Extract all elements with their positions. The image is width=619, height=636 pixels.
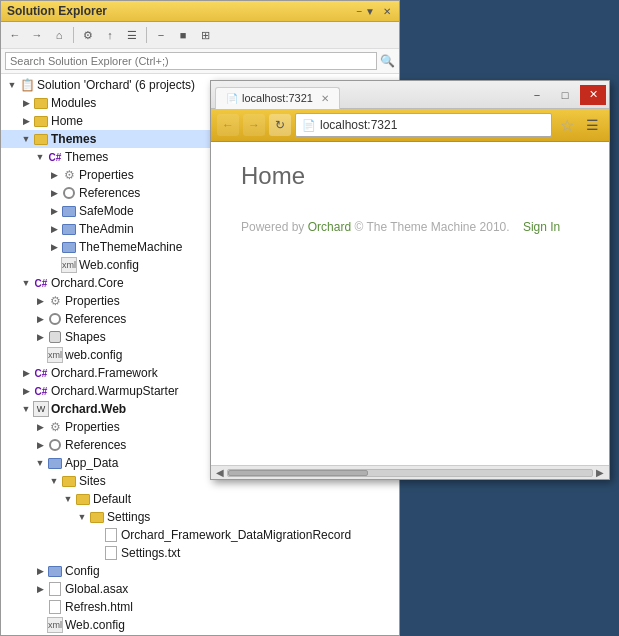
webconfig3-label: Web.config — [65, 618, 125, 632]
webconfig1-icon: xml — [61, 257, 77, 273]
footer-orchard-link[interactable]: Orchard — [308, 220, 351, 234]
expand-sites[interactable] — [47, 473, 61, 489]
shapes-label: Shapes — [65, 330, 106, 344]
shapes-icon — [47, 329, 63, 345]
expand-safemode[interactable] — [47, 203, 61, 219]
expand-default[interactable] — [61, 491, 75, 507]
tree-item-refreshhtml[interactable]: Refresh.html — [1, 598, 399, 616]
browser-tab-area: 📄 localhost:7321 ✕ — [211, 81, 523, 109]
toolbar-btn5[interactable]: ■ — [173, 25, 193, 45]
browser-tab[interactable]: 📄 localhost:7321 ✕ — [215, 87, 340, 109]
expand-theadmin[interactable] — [47, 221, 61, 237]
back-nav-button[interactable]: ← — [217, 114, 239, 136]
forward-nav-button[interactable]: → — [243, 114, 265, 136]
appdata-label: App_Data — [65, 456, 118, 470]
tree-item-webconfig3[interactable]: xml Web.config — [1, 616, 399, 634]
orchardcore-icon: C# — [33, 275, 49, 291]
expand-themes-sub[interactable] — [33, 149, 47, 165]
footer-signin-link[interactable]: Sign In — [523, 220, 560, 234]
forward-button[interactable]: → — [27, 25, 47, 45]
default-icon — [75, 491, 91, 507]
expand-props1[interactable] — [47, 167, 61, 183]
titlebar-close-button[interactable]: ✕ — [381, 6, 393, 17]
scrollbar-thumb[interactable] — [228, 470, 368, 476]
expand-orchardwarmupstarter[interactable] — [19, 383, 33, 399]
default-label: Default — [93, 492, 131, 506]
address-bar[interactable]: 📄 localhost:7321 — [295, 113, 552, 137]
tree-item-settings[interactable]: Settings — [1, 508, 399, 526]
toolbar-btn2[interactable]: ↑ — [100, 25, 120, 45]
toolbar-btn6[interactable]: ⊞ — [195, 25, 215, 45]
scroll-right-button[interactable]: ▶ — [593, 467, 607, 478]
expand-modules[interactable] — [19, 95, 33, 111]
webconfig2-label: web.config — [65, 348, 122, 362]
pin-button[interactable]: − ▼ — [354, 6, 377, 17]
orchardwarmupstarter-icon: C# — [33, 383, 49, 399]
thethememachine-label: TheThemeMachine — [79, 240, 182, 254]
bookmark-button[interactable]: ☆ — [556, 116, 578, 135]
theadmin-label: TheAdmin — [79, 222, 134, 236]
expand-themes[interactable] — [19, 131, 33, 147]
references1-label: References — [79, 186, 140, 200]
sites-label: Sites — [79, 474, 106, 488]
expand-appdata[interactable] — [33, 455, 47, 471]
references1-icon — [61, 185, 77, 201]
se-toolbar: ← → ⌂ ⚙ ↑ ☰ − ■ ⊞ — [1, 22, 399, 49]
home-button[interactable]: ⌂ — [49, 25, 69, 45]
browser-scrollbar: ◀ ▶ — [211, 465, 609, 479]
expand-globalasax[interactable] — [33, 581, 47, 597]
expand-refs2[interactable] — [33, 311, 47, 327]
expand-config[interactable] — [33, 563, 47, 579]
refreshhtml-icon — [47, 599, 63, 615]
tree-item-settingstxt[interactable]: Settings.txt — [1, 544, 399, 562]
properties-icon1: ⚙ — [61, 167, 77, 183]
datamigration-label: Orchard_Framework_DataMigrationRecord — [121, 528, 351, 542]
properties2-label: Properties — [65, 294, 120, 308]
safemode-icon — [61, 203, 77, 219]
tab-close-button[interactable]: ✕ — [321, 93, 329, 104]
properties3-label: Properties — [65, 420, 120, 434]
tree-item-default[interactable]: Default — [1, 490, 399, 508]
expand-props3[interactable] — [33, 419, 47, 435]
expand-settings[interactable] — [75, 509, 89, 525]
expand-shapes[interactable] — [33, 329, 47, 345]
toolbar-btn3[interactable]: ☰ — [122, 25, 142, 45]
solution-label: Solution 'Orchard' (6 projects) — [37, 78, 195, 92]
expand-thethememachine[interactable] — [47, 239, 61, 255]
properties-icon3: ⚙ — [47, 419, 63, 435]
search-input[interactable] — [5, 52, 377, 70]
back-button[interactable]: ← — [5, 25, 25, 45]
toolbar-separator-2 — [146, 27, 147, 43]
tree-item-datamigration[interactable]: Orchard_Framework_DataMigrationRecord — [1, 526, 399, 544]
themes-cs-icon: C# — [47, 149, 63, 165]
webconfig3-icon: xml — [47, 617, 63, 633]
safemode-label: SafeMode — [79, 204, 134, 218]
expand-solution[interactable] — [5, 77, 19, 93]
orchardframework-label: Orchard.Framework — [51, 366, 158, 380]
close-button[interactable]: ✕ — [580, 85, 606, 105]
browser-chrome: ← → ↻ 📄 localhost:7321 ☆ ☰ — [211, 109, 609, 142]
datamigration-icon — [103, 527, 119, 543]
page-footer: Powered by Orchard © The Theme Machine 2… — [241, 220, 579, 234]
settings-button[interactable]: ⚙ — [78, 25, 98, 45]
webconfig2-icon: xml — [47, 347, 63, 363]
maximize-button[interactable]: □ — [552, 85, 578, 105]
scroll-left-button[interactable]: ◀ — [213, 467, 227, 478]
tree-item-config[interactable]: Config — [1, 562, 399, 580]
webconfig1-label: Web.config — [79, 258, 139, 272]
expand-home[interactable] — [19, 113, 33, 129]
expand-refs3[interactable] — [33, 437, 47, 453]
refresh-nav-button[interactable]: ↻ — [269, 114, 291, 136]
appdata-icon — [47, 455, 63, 471]
toolbar-btn4[interactable]: − — [151, 25, 171, 45]
expand-orchardweb[interactable] — [19, 401, 33, 417]
menu-button[interactable]: ☰ — [582, 117, 603, 133]
minimize-button[interactable]: − — [524, 85, 550, 105]
tree-item-globalasax[interactable]: Global.asax — [1, 580, 399, 598]
expand-props2[interactable] — [33, 293, 47, 309]
expand-orchardcore[interactable] — [19, 275, 33, 291]
expand-orchardframework[interactable] — [19, 365, 33, 381]
search-icon: 🔍 — [380, 54, 395, 68]
scrollbar-track[interactable] — [227, 469, 593, 477]
expand-refs1[interactable] — [47, 185, 61, 201]
